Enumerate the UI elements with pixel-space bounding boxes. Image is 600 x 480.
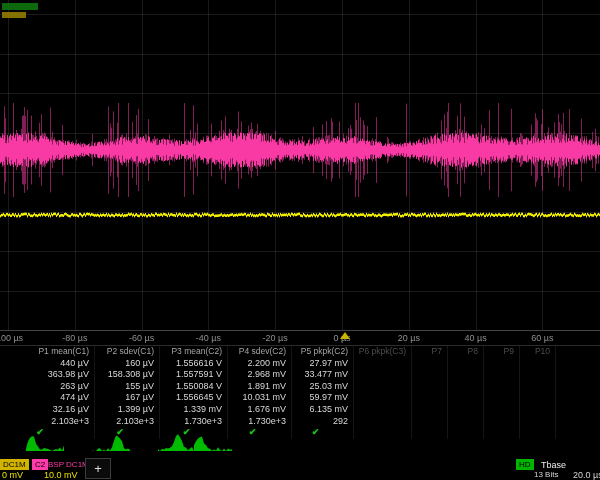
time-axis: -100 µs-80 µs-60 µs-40 µs-20 µs0 µs20 µs… [0, 331, 600, 345]
table-row: 474 µV167 µV1.556645 V10.031 mV59.97 mV [0, 392, 600, 404]
measure-value [412, 381, 448, 393]
measure-value [484, 369, 520, 381]
measure-value: 10.031 mV [228, 392, 292, 404]
histicons-row [0, 434, 600, 457]
measure-value [484, 358, 520, 370]
measure-value [412, 404, 448, 416]
measure-value: 440 µV [0, 358, 95, 370]
measure-value [354, 404, 412, 416]
table-row: 440 µV160 µV1.556616 V2.200 mV27.97 mV [0, 358, 600, 370]
measure-value: 363.98 µV [0, 369, 95, 381]
table-row: P1 mean(C1)P2 sdev(C1)P3 mean(C2)P4 sdev… [0, 346, 600, 358]
table-row: 2.103e+32.103e+31.730e+31.730e+3292 [0, 416, 600, 428]
time-axis-label: 40 µs [444, 333, 508, 343]
param-header-1[interactable]: P1 mean(C1) [0, 346, 95, 358]
measure-value [484, 392, 520, 404]
measure-value: 292 [292, 416, 354, 428]
param-header-5[interactable]: P5 pkpk(C2) [292, 346, 354, 358]
histicon[interactable] [26, 432, 64, 455]
measure-value [484, 416, 520, 428]
measure-value [520, 416, 556, 428]
histicon[interactable] [92, 432, 130, 455]
measure-value [354, 416, 412, 428]
measure-value [448, 369, 484, 381]
measure-value: 1.550084 V [160, 381, 228, 393]
measure-value [412, 369, 448, 381]
measure-value: 263 µV [0, 381, 95, 393]
measure-value [448, 381, 484, 393]
measure-value: 167 µV [95, 392, 160, 404]
measure-value [448, 358, 484, 370]
top-left-yellow-badge [2, 12, 26, 18]
measure-value: 32.16 µV [0, 404, 95, 416]
oscilloscope-screen: -100 µs-80 µs-60 µs-40 µs-20 µs0 µs20 µs… [0, 0, 600, 480]
channel1-offset-value: 0 mV [2, 470, 23, 480]
measure-value: 2.968 mV [228, 369, 292, 381]
measure-value [354, 358, 412, 370]
measure-value: 59.97 mV [292, 392, 354, 404]
measure-value [448, 416, 484, 428]
time-axis-label: -40 µs [176, 333, 240, 343]
measure-value [448, 392, 484, 404]
timebase-label[interactable]: Tbase [541, 460, 566, 470]
measure-value: 158.308 µV [95, 369, 160, 381]
measure-value: 2.103e+3 [95, 416, 160, 428]
measure-value [520, 392, 556, 404]
time-axis-label: -80 µs [43, 333, 107, 343]
measure-value: 1.730e+3 [228, 416, 292, 428]
measure-value: 25.03 mV [292, 381, 354, 393]
measure-value: 1.730e+3 [160, 416, 228, 428]
measure-value: 1.399 µV [95, 404, 160, 416]
channel1-coupling-chip[interactable]: DC1M [0, 459, 29, 470]
measure-value [354, 369, 412, 381]
measure-value [354, 381, 412, 393]
trigger-time-marker-icon[interactable] [340, 332, 350, 339]
add-trace-button[interactable]: + [85, 458, 111, 479]
measure-value [412, 358, 448, 370]
measure-value [354, 392, 412, 404]
measure-value: 2.200 mV [228, 358, 292, 370]
measure-value [448, 404, 484, 416]
time-axis-label: -100 µs [0, 333, 40, 343]
param-header-3[interactable]: P3 mean(C2) [160, 346, 228, 358]
measure-value: 1.891 mV [228, 381, 292, 393]
measure-value: 1.557591 V [160, 369, 228, 381]
channel2-coupling-label[interactable]: BSP DC1M [48, 460, 89, 469]
param-header-7[interactable]: P7 [412, 346, 448, 358]
top-left-green-badge [2, 3, 38, 10]
hd-mode-badge: HD [516, 459, 534, 470]
measure-value: 155 µV [95, 381, 160, 393]
measure-value: 474 µV [0, 392, 95, 404]
channel1-scale-value: 10.0 mV [44, 470, 78, 480]
param-header-6[interactable]: P6 pkpk(C3) [354, 346, 412, 358]
table-row: 363.98 µV158.308 µV1.557591 V2.968 mV33.… [0, 369, 600, 381]
measure-value: 27.97 mV [292, 358, 354, 370]
measure-value [520, 381, 556, 393]
table-row: 263 µV155 µV1.550084 V1.891 mV25.03 mV [0, 381, 600, 393]
param-header-2[interactable]: P2 sdev(C1) [95, 346, 160, 358]
histicon[interactable] [194, 432, 232, 455]
measure-value: 1.556616 V [160, 358, 228, 370]
timebase-scale-value: 20.0 µs [573, 470, 600, 480]
measurement-table: P1 mean(C1)P2 sdev(C1)P3 mean(C2)P4 sdev… [0, 345, 600, 439]
param-header-8[interactable]: P8 [448, 346, 484, 358]
table-row: 32.16 µV1.399 µV1.339 mV1.676 mV6.135 mV [0, 404, 600, 416]
histicon[interactable] [158, 432, 196, 455]
time-axis-label: -60 µs [110, 333, 174, 343]
measure-value: 2.103e+3 [0, 416, 95, 428]
param-header-10[interactable]: P10 [520, 346, 556, 358]
param-header-4[interactable]: P4 sdev(C2) [228, 346, 292, 358]
time-axis-label: 60 µs [510, 333, 574, 343]
measure-value [520, 404, 556, 416]
measure-value [412, 392, 448, 404]
descriptor-bar: DC1M C2 BSP DC1M 0 mV 10.0 mV + HD Tbase… [0, 458, 600, 480]
measure-value [484, 381, 520, 393]
measure-value: 1.339 mV [160, 404, 228, 416]
param-header-9[interactable]: P9 [484, 346, 520, 358]
measure-value: 160 µV [95, 358, 160, 370]
waveform-display[interactable] [0, 0, 600, 332]
channel2-chip[interactable]: C2 [32, 459, 48, 470]
measure-value [484, 404, 520, 416]
measure-value [520, 369, 556, 381]
measure-value: 33.477 mV [292, 369, 354, 381]
